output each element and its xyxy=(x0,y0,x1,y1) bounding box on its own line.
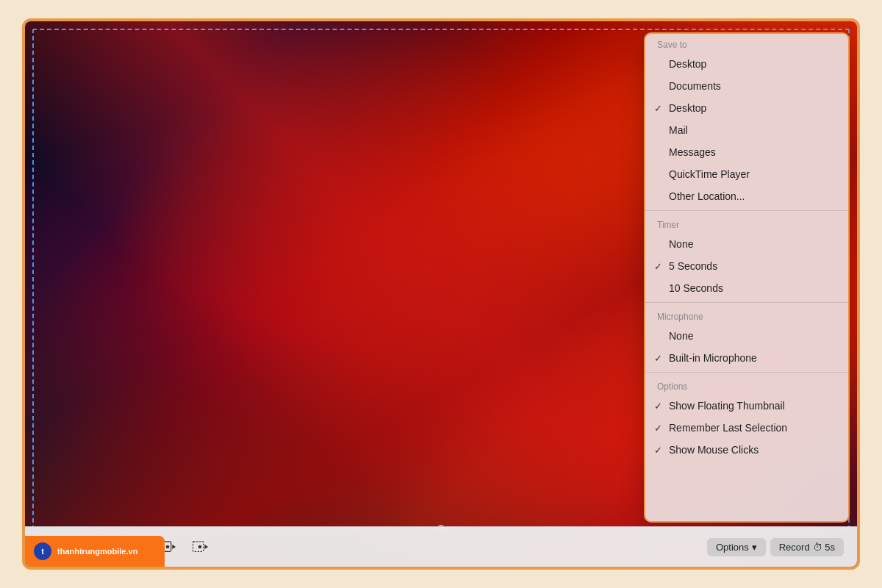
microphone-section-label: Microphone xyxy=(645,306,848,325)
menu-item-documents[interactable]: Documents xyxy=(645,75,848,97)
divider-1 xyxy=(645,210,848,211)
svg-point-11 xyxy=(198,545,202,549)
svg-point-8 xyxy=(166,545,170,549)
watermark-text: thanhtrungmobile.vn xyxy=(57,547,137,556)
options-button[interactable]: Options ▾ xyxy=(707,538,766,556)
menu-item-messages[interactable]: Messages xyxy=(645,141,848,163)
divider-2 xyxy=(645,302,848,303)
options-section-label: Options xyxy=(645,376,848,395)
timer-section-label: Timer xyxy=(645,214,848,233)
menu-item-show-mouse-clicks[interactable]: Show Mouse Clicks xyxy=(645,439,848,461)
menu-item-desktop-1[interactable]: Desktop xyxy=(645,53,848,75)
main-frame: Save to Desktop Documents Desktop Mail M… xyxy=(22,18,860,570)
options-button-label: Options xyxy=(716,542,749,553)
watermark-bar: t thanhtrungmobile.vn xyxy=(25,536,165,567)
record-button-label: Record xyxy=(779,542,810,553)
record-timer-label: ⏱ 5s xyxy=(813,542,835,553)
svg-rect-10 xyxy=(193,542,204,551)
menu-item-show-floating-thumbnail[interactable]: Show Floating Thumbnail xyxy=(645,395,848,417)
menu-item-timer-none[interactable]: None xyxy=(645,233,848,255)
menu-item-quicktime[interactable]: QuickTime Player xyxy=(645,163,848,185)
background-image: Save to Desktop Documents Desktop Mail M… xyxy=(25,21,857,567)
record-selection-button[interactable] xyxy=(186,536,214,558)
options-dropdown: Save to Desktop Documents Desktop Mail M… xyxy=(644,32,850,523)
save-to-section-label: Save to xyxy=(645,34,848,53)
menu-item-desktop-checked[interactable]: Desktop xyxy=(645,97,848,119)
menu-item-other-location[interactable]: Other Location... xyxy=(645,185,848,207)
menu-item-remember-last-selection[interactable]: Remember Last Selection xyxy=(645,417,848,439)
menu-item-5-seconds[interactable]: 5 Seconds xyxy=(645,255,848,277)
menu-item-mic-none[interactable]: None xyxy=(645,325,848,347)
menu-item-mail[interactable]: Mail xyxy=(645,119,848,141)
menu-item-builtin-microphone[interactable]: Built-in Microphone xyxy=(645,347,848,369)
svg-marker-12 xyxy=(204,545,208,549)
watermark-icon: t xyxy=(34,542,51,560)
menu-item-10-seconds[interactable]: 10 Seconds xyxy=(645,277,848,299)
divider-3 xyxy=(645,372,848,373)
svg-marker-9 xyxy=(172,545,176,549)
record-button[interactable]: Record ⏱ 5s xyxy=(770,538,844,556)
options-arrow-icon: ▾ xyxy=(752,542,757,553)
